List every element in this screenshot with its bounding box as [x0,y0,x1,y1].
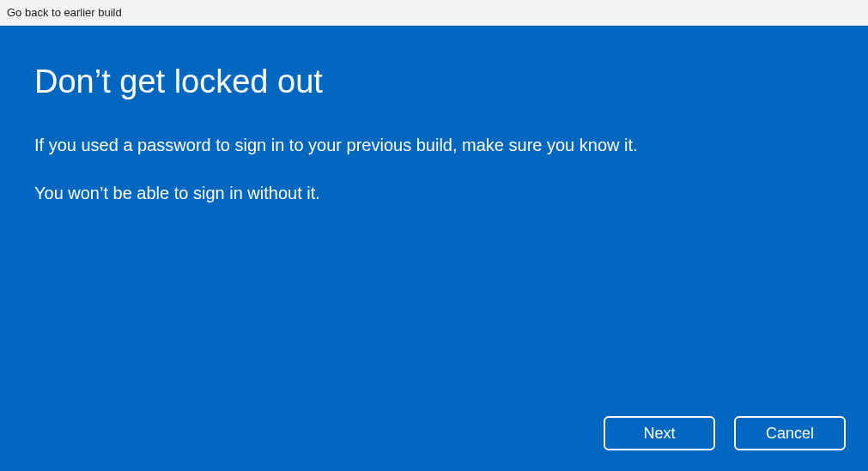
next-button[interactable]: Next [604,416,715,450]
cancel-button[interactable]: Cancel [734,416,846,450]
window-title: Go back to earlier build [7,6,122,19]
page-heading: Don’t get locked out [34,63,834,100]
body-paragraph-2: You won’t be able to sign in without it. [34,181,834,205]
body-paragraph-1: If you used a password to sign in to you… [34,133,834,157]
window-titlebar: Go back to earlier build [0,0,868,26]
dialog-content: Don’t get locked out If you used a passw… [0,26,868,471]
dialog-button-row: Next Cancel [604,416,846,450]
